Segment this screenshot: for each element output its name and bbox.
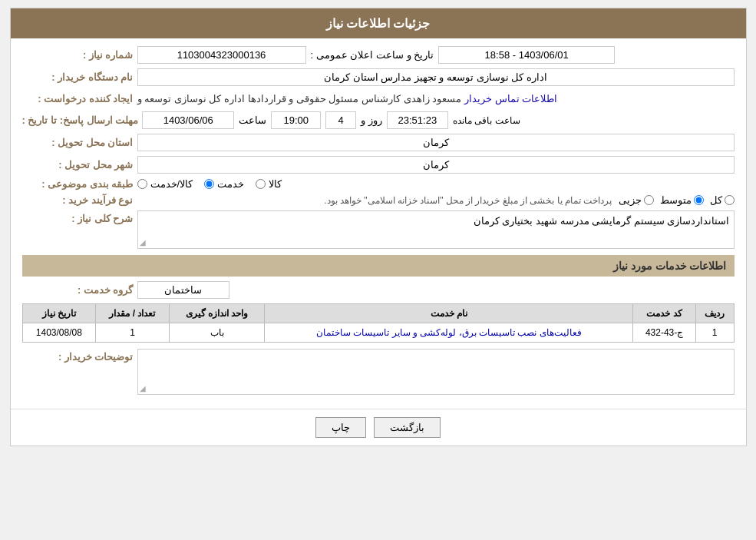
buyer-desc-box: ◢ [137, 349, 735, 395]
service-group-value: ساختمان [137, 281, 229, 299]
date-value: 1403/06/01 - 18:58 [438, 46, 615, 64]
category-radio-khadamat[interactable] [204, 179, 214, 189]
creator-label: ایجاد کننده درخواست : [22, 93, 137, 104]
col-header-code: کد خدمت [633, 304, 695, 323]
purchase-radio-moutavasat[interactable] [694, 195, 704, 205]
cell-row: 1 [695, 323, 734, 343]
category-option-kala_khadamat[interactable]: کالا/خدمت [137, 178, 193, 190]
deadline-days: 4 [325, 111, 356, 129]
province-value: کرمان [137, 134, 735, 151]
cell-name: فعالیت‌های نصب تاسیسات برق، لوله‌کشی و س… [265, 323, 633, 343]
col-header-date: تاریخ نیاز [22, 304, 96, 323]
category-group: کالا/خدمت خدمت کالا [137, 178, 282, 190]
back-button[interactable]: بازگشت [374, 417, 441, 438]
cell-unit: باب [169, 323, 265, 343]
purchase-label-jozi: جزیی [619, 194, 642, 206]
cell-code: ج-43-432 [633, 323, 695, 343]
category-radio-kala-khadamat[interactable] [137, 179, 147, 189]
col-header-quantity: تعداد / مقدار [96, 304, 170, 323]
purchase-option-jozi[interactable]: جزیی [619, 194, 654, 206]
resize-corner: ◢ [140, 238, 146, 247]
number-value: 1103004323000136 [137, 46, 306, 64]
deadline-date: 1403/06/06 [142, 111, 234, 129]
cell-date: 1403/08/08 [22, 323, 96, 343]
deadline-remain: ساعت باقی مانده [453, 115, 520, 126]
city-label: شهر محل تحویل : [22, 159, 137, 171]
table-row: 1 ج-43-432 فعالیت‌های نصب تاسیسات برق، ل… [22, 323, 734, 343]
purchase-group: کل متوسط جزیی پرداخت تمام یا بخشی از مبل… [137, 194, 735, 206]
purchase-radio-jozi[interactable] [644, 195, 654, 205]
services-table: ردیف کد خدمت نام خدمت واحد اندازه گیری ت… [22, 303, 735, 343]
category-label: طبقه بندی موضوعی : [22, 178, 137, 190]
org-label: نام دستگاه خریدار : [22, 71, 137, 83]
category-label-kala-khadamat: کالا/خدمت [150, 178, 193, 190]
print-button[interactable]: چاپ [315, 417, 366, 438]
buyer-desc-label: توضیحات خریدار : [22, 349, 137, 363]
category-label-kala: کالا [269, 178, 282, 190]
page-header: جزئیات اطلاعات نیاز [11, 8, 746, 38]
date-label: تاریخ و ساعت اعلان عمومی : [306, 49, 439, 61]
purchase-label-kol: کل [710, 194, 722, 206]
description-box: استانداردسازی سیستم گرمایشی مدرسه شهید ب… [137, 210, 735, 249]
col-header-row: ردیف [695, 304, 734, 323]
deadline-day-label: روز و [361, 114, 382, 126]
category-radio-kala[interactable] [256, 179, 266, 189]
purchase-label-moutavasat: متوسط [660, 194, 692, 206]
deadline-time-label: ساعت [239, 114, 266, 126]
purchase-label: نوع فرآیند خرید : [22, 194, 137, 206]
deadline-clock: 23:51:23 [387, 111, 448, 129]
category-option-khadamat[interactable]: خدمت [204, 178, 244, 190]
buyer-resize-corner: ◢ [140, 384, 146, 393]
col-header-unit: واحد اندازه گیری [169, 304, 265, 323]
city-value: کرمان [137, 156, 735, 174]
services-header: اطلاعات خدمات مورد نیاز [22, 255, 735, 277]
number-label: شماره نیاز : [22, 49, 137, 61]
services-table-container: ردیف کد خدمت نام خدمت واحد اندازه گیری ت… [22, 303, 735, 343]
purchase-option-kol[interactable]: کل [710, 194, 735, 206]
deadline-time: 19:00 [271, 111, 321, 129]
actions-row: بازگشت چاپ [11, 409, 746, 446]
col-header-name: نام خدمت [265, 304, 633, 323]
category-option-kala[interactable]: کالا [256, 178, 282, 190]
province-label: استان محل تحویل : [22, 137, 137, 148]
category-label-khadamat: خدمت [217, 178, 244, 190]
cell-quantity: 1 [96, 323, 170, 343]
service-group-label: گروه خدمت : [22, 284, 137, 296]
contact-link[interactable]: اطلاعات تماس خریدار [461, 93, 560, 104]
org-value: اداره کل نوسازی توسعه و تجهیز مدارس استا… [137, 68, 735, 86]
purchase-description: پرداخت تمام یا بخشی از مبلغ خریدار از مح… [137, 195, 612, 206]
purchase-radio-kol[interactable] [725, 195, 735, 205]
deadline-label: مهلت ارسال پاسخ: تا تاریخ : [22, 114, 143, 126]
description-label: شرح کلی نیاز : [22, 210, 137, 224]
creator-name: مسعود زاهدی کارشناس مسئول حقوقی و قراردا… [137, 91, 462, 107]
purchase-option-moutavasat[interactable]: متوسط [660, 194, 704, 206]
description-value: استانداردسازی سیستم گرمایشی مدرسه شهید ب… [474, 215, 730, 227]
